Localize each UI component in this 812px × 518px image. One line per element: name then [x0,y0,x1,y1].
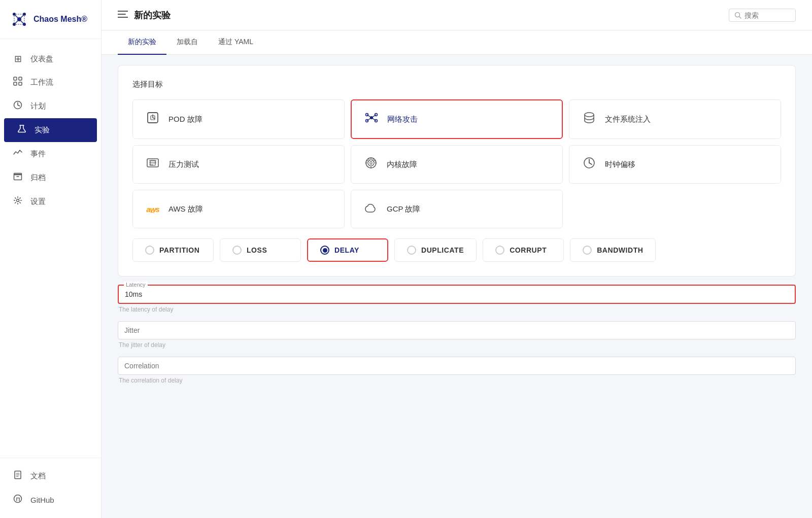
target-grid: POD 故障 网络攻击 文件系统注入 [132,99,781,228]
latency-input[interactable] [125,290,789,298]
events-icon [12,148,23,160]
svg-line-8 [19,19,24,24]
page-title: 新的实验 [134,9,171,21]
sidebar-label-settings: 设置 [30,197,46,206]
archive-icon [12,172,23,184]
target-card-gcp[interactable]: GCP 故障 [351,190,563,228]
label-corrupt: CORRUPT [510,246,547,254]
sidebar-item-archive[interactable]: 归档 [0,166,101,190]
target-label-aws: AWS 故障 [168,204,203,214]
pod-icon [145,111,160,128]
svg-line-43 [371,115,376,118]
sidebar-item-dashboard[interactable]: ⊞ 仪表盘 [0,47,101,71]
target-label-clock: 时钟偏移 [605,160,635,169]
dashboard-icon: ⊞ [12,53,23,64]
sidebar-label-dashboard: 仪表盘 [30,54,53,64]
option-duplicate[interactable]: DUPLICATE [394,238,477,262]
search-box[interactable] [729,9,796,22]
latency-wrapper[interactable]: Latency [118,285,796,304]
filesystem-icon [582,111,597,128]
label-loss: LOSS [247,246,267,254]
svg-point-52 [370,161,372,164]
sidebar-item-experiment[interactable]: 实验 [4,118,97,142]
radio-delay [320,246,329,255]
target-label-kernel: 内核故障 [387,160,417,169]
tab-new-experiment[interactable]: 新的实验 [118,30,166,55]
radio-corrupt [495,246,504,255]
jitter-wrapper[interactable] [118,321,796,339]
network-options-group: PARTITION LOSS DELAY DUPLICATE [132,238,781,262]
svg-line-7 [14,19,19,24]
option-loss[interactable]: LOSS [220,238,301,262]
latency-label: Latency [124,282,148,288]
target-label-stress: 压力测试 [168,160,199,169]
network-icon [364,111,379,128]
sidebar-item-schedule[interactable]: 计划 [0,94,101,118]
main-content: 新的实验 新的实验 加载自 通过 YAML 选择目标 POD 故障 [101,0,812,518]
sidebar-label-experiment: 实验 [35,125,50,135]
correlation-input[interactable] [124,362,789,370]
sidebar-item-docs[interactable]: 文档 [0,464,101,488]
option-partition[interactable]: PARTITION [132,238,214,262]
sidebar-bottom: 文档 GitHub [0,458,101,518]
gcp-icon [363,200,379,218]
experiment-icon [16,124,27,136]
target-card-clock[interactable]: 时钟偏移 [569,145,781,184]
svg-rect-13 [14,77,17,80]
select-target-section: 选择目标 POD 故障 网络攻击 [118,65,796,277]
correlation-wrapper[interactable] [118,357,796,375]
latency-hint: The latency of delay [118,306,796,313]
target-card-stress[interactable]: 压力测试 [132,145,345,184]
svg-point-29 [14,495,22,503]
sidebar-item-settings[interactable]: 设置 [0,190,101,214]
schedule-icon [12,100,23,112]
topbar: 新的实验 [101,0,812,30]
tab-yaml[interactable]: 通过 YAML [208,30,263,55]
sidebar-item-workflow[interactable]: 工作流 [0,71,101,94]
settings-icon [12,196,23,208]
radio-loss [232,246,242,255]
target-card-aws[interactable]: aws ⁀ AWS 故障 [132,190,345,228]
tab-load[interactable]: 加载自 [166,30,208,55]
radio-partition [145,246,154,255]
correlation-hint: The correlation of delay [118,377,796,384]
kernel-icon [363,156,379,173]
svg-rect-16 [19,82,22,85]
radio-duplicate [407,246,416,255]
option-bandwidth[interactable]: BANDWIDTH [570,238,656,262]
tabs-bar: 新的实验 加载自 通过 YAML [101,30,812,55]
jitter-field: The jitter of delay [118,321,796,349]
sidebar: Chaos Mesh® ⊞ 仪表盘 工作流 计划 实验 [0,0,101,518]
menu-icon[interactable] [118,11,128,20]
latency-field: Latency The latency of delay [118,285,796,313]
docs-icon [12,470,23,482]
target-label-pod: POD 故障 [168,115,202,124]
github-icon [12,494,23,506]
section-title-target: 选择目标 [132,80,781,89]
target-card-kernel[interactable]: 内核故障 [351,145,563,184]
correlation-field: The correlation of delay [118,357,796,384]
content-area: 新的实验 加载自 通过 YAML 选择目标 POD 故障 [101,30,812,518]
target-label-network: 网络攻击 [387,115,418,124]
svg-point-46 [585,113,594,117]
chaos-mesh-logo [10,10,28,28]
target-card-pod[interactable]: POD 故障 [132,99,345,139]
sidebar-item-github[interactable]: GitHub [0,488,101,512]
sidebar-label-github: GitHub [30,496,54,504]
search-input[interactable] [745,11,790,19]
option-corrupt[interactable]: CORRUPT [483,238,564,262]
sidebar-item-events[interactable]: 事件 [0,142,101,166]
radio-bandwidth [583,246,592,255]
svg-line-45 [371,118,376,121]
svg-rect-14 [19,77,22,80]
svg-line-55 [589,163,592,164]
sidebar-label-events: 事件 [30,149,46,159]
workflow-icon [12,77,23,88]
sidebar-label-docs: 文档 [30,471,46,481]
option-delay[interactable]: DELAY [307,238,388,262]
target-card-filesystem[interactable]: 文件系统注入 [569,99,781,139]
jitter-input[interactable] [124,326,789,334]
svg-line-42 [367,115,371,118]
logo-label: Chaos Mesh® [33,15,87,24]
target-card-network[interactable]: 网络攻击 [351,99,563,139]
